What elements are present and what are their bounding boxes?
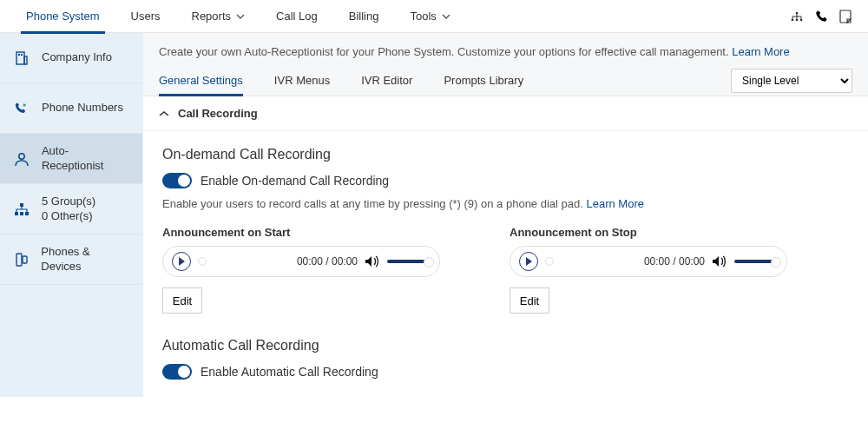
svg-rect-11 [20, 203, 23, 207]
subtab-ivr-menus[interactable]: IVR Menus [274, 65, 330, 96]
volume-slider[interactable] [734, 260, 778, 263]
network-icon[interactable] [785, 0, 809, 33]
nav-tools[interactable]: Tools [394, 0, 465, 33]
subtab-general-settings[interactable]: General Settings [159, 65, 243, 96]
intro-bar: Create your own Auto-Receptionist for yo… [143, 33, 868, 65]
toggle-label: Enable On-demand Call Recording [201, 174, 389, 188]
svg-rect-15 [16, 254, 22, 266]
chevron-down-icon [442, 14, 450, 19]
sidebar-label: 5 Group(s)0 Other(s) [42, 195, 95, 224]
toggle-label: Enable Automatic Call Recording [201, 365, 378, 379]
phone-hash-icon: # [12, 101, 31, 116]
nav-phone-system[interactable]: Phone System [10, 0, 115, 33]
seek-handle[interactable] [545, 257, 554, 266]
time-display: 00:00 / 00:00 [297, 255, 358, 268]
nav-users[interactable]: Users [115, 0, 176, 33]
learn-more-link[interactable]: Learn More [732, 45, 789, 58]
nav-call-log[interactable]: Call Log [260, 0, 333, 33]
sidebar-item-groups[interactable]: 5 Group(s)0 Other(s) [0, 184, 142, 235]
company-icon [12, 50, 31, 66]
announcement-start-title: Announcement on Start [162, 226, 440, 239]
nav-label: Users [131, 10, 161, 23]
play-button[interactable] [519, 252, 538, 271]
svg-text:#: # [23, 102, 27, 107]
volume-slider[interactable] [387, 260, 431, 263]
audio-player-start: 00:00 / 00:00 [162, 246, 440, 277]
nav-reports[interactable]: Reports [176, 0, 261, 33]
play-button[interactable] [172, 252, 191, 271]
chevron-up-icon [159, 110, 169, 117]
person-headset-icon [12, 151, 31, 167]
group-icon [12, 202, 31, 216]
ondemand-description: Enable your users to record calls at any… [162, 197, 849, 210]
sidebar-label: Phone Numbers [42, 101, 123, 116]
sidebar-item-phones-devices[interactable]: Phones & Devices [0, 235, 142, 285]
phone-icon[interactable] [809, 0, 833, 33]
svg-point-0 [796, 11, 799, 14]
main-content: Create your own Auto-Receptionist for yo… [143, 33, 868, 397]
level-select[interactable]: Single Level [731, 69, 852, 93]
note-icon[interactable] [833, 0, 858, 33]
sidebar: Company Info # Phone Numbers Auto-Recept… [0, 33, 143, 397]
nav-label: Phone System [26, 10, 100, 23]
svg-rect-6 [24, 56, 27, 64]
sidebar-item-auto-receptionist[interactable]: Auto-Receptionist [0, 134, 142, 184]
volume-icon[interactable] [365, 255, 380, 268]
subtab-ivr-editor[interactable]: IVR Editor [361, 65, 412, 96]
ondemand-title: On-demand Call Recording [162, 147, 849, 162]
sidebar-item-company-info[interactable]: Company Info [0, 33, 142, 83]
top-nav: Phone System Users Reports Call Log Bill… [0, 0, 868, 33]
sidebar-item-phone-numbers[interactable]: # Phone Numbers [0, 83, 142, 134]
nav-billing[interactable]: Billing [333, 0, 395, 33]
audio-player-stop: 00:00 / 00:00 [510, 246, 787, 277]
section-toggle-call-recording[interactable]: Call Recording [143, 96, 868, 131]
edit-start-button[interactable]: Edit [162, 287, 202, 314]
toggle-automatic-recording[interactable] [162, 364, 192, 380]
svg-point-1 [792, 18, 794, 21]
device-icon [12, 252, 30, 268]
section-title: Call Recording [178, 107, 258, 120]
nav-label: Billing [349, 10, 379, 23]
intro-text: Create your own Auto-Receptionist for yo… [159, 45, 790, 58]
announcement-stop-title: Announcement on Stop [510, 226, 787, 239]
svg-point-10 [19, 153, 24, 158]
subtabs: General Settings IVR Menus IVR Editor Pr… [143, 65, 868, 96]
nav-label: Call Log [276, 10, 318, 23]
svg-rect-7 [18, 54, 20, 56]
volume-icon[interactable] [712, 255, 727, 268]
svg-point-3 [800, 18, 803, 21]
sidebar-label: Phones & Devices [41, 245, 130, 274]
svg-rect-14 [25, 212, 29, 215]
sidebar-label: Company Info [42, 50, 112, 65]
automatic-title: Automatic Call Recording [162, 338, 849, 353]
svg-rect-13 [20, 212, 23, 215]
nav-label: Reports [192, 10, 232, 23]
sidebar-label: Auto-Receptionist [42, 144, 130, 174]
svg-rect-12 [15, 212, 18, 215]
time-display: 00:00 / 00:00 [644, 255, 705, 268]
chevron-down-icon [236, 14, 245, 19]
svg-rect-5 [16, 52, 24, 64]
nav-label: Tools [410, 10, 436, 23]
seek-handle[interactable] [198, 257, 207, 266]
svg-point-2 [796, 18, 799, 21]
subtab-prompts-library[interactable]: Prompts Library [444, 65, 523, 96]
svg-rect-16 [23, 256, 27, 263]
svg-rect-8 [21, 54, 23, 56]
learn-more-link[interactable]: Learn More [586, 197, 643, 210]
toggle-ondemand-recording[interactable] [162, 173, 192, 188]
edit-stop-button[interactable]: Edit [510, 287, 549, 314]
